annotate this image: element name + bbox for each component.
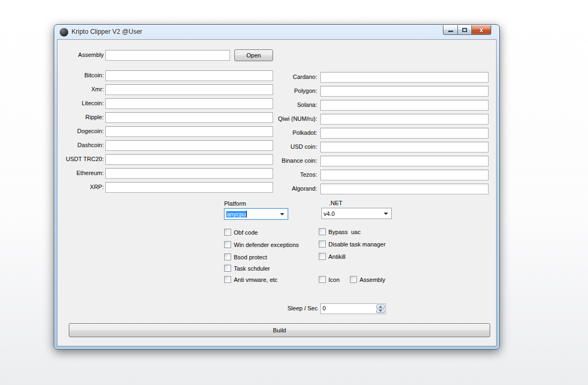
checkbox-box[interactable] [319, 228, 326, 235]
checkbox-task-scheduler[interactable]: Task schduler [224, 265, 270, 272]
app-icon[interactable] [60, 28, 68, 37]
checkbox-win-defender-exceptions[interactable]: Win defender exceptions [224, 241, 299, 248]
platform-label: Platform [224, 200, 289, 207]
bitcoin-label: Bitcoin: [62, 72, 104, 78]
platform-select[interactable]: anycpu [224, 208, 288, 220]
client-area: Assembly Open Bitcoin: Xmr: Litecoin: Ri… [57, 39, 497, 346]
usdt-trc20-input[interactable] [105, 154, 273, 165]
qiwi-input[interactable] [320, 114, 489, 125]
checkbox-box[interactable] [350, 276, 357, 283]
litecoin-label: Litecoin: [62, 100, 104, 106]
polkadot-label: Polkadot: [259, 129, 317, 136]
dotnet-selected-value: v4.0 [324, 210, 335, 217]
maximize-button[interactable] [457, 25, 472, 35]
ethereum-input[interactable] [105, 168, 273, 179]
spin-up-button[interactable] [376, 304, 385, 309]
solana-input[interactable] [320, 100, 489, 111]
bitcoin-input[interactable] [105, 70, 273, 81]
checkbox-box[interactable] [224, 276, 231, 283]
xmr-input[interactable] [105, 84, 273, 95]
solana-label: Solana: [259, 101, 317, 108]
usd-coin-label: USD coin: [259, 143, 317, 150]
checkbox-assembly[interactable]: Assembly [350, 276, 385, 283]
window-title: Kripto Clipper V2 @User [71, 28, 142, 35]
checkbox-antikill[interactable]: Antikill [319, 253, 346, 260]
sleep-sec-value: 0 [322, 305, 326, 311]
checkbox-box[interactable] [319, 241, 326, 248]
ripple-label: Ripple: [62, 114, 104, 120]
dashcoin-label: Dashcoin: [62, 142, 104, 148]
binance-coin-label: Binance coin: [259, 157, 317, 164]
tezos-input[interactable] [320, 170, 489, 180]
chevron-down-icon [280, 213, 284, 215]
arrow-up-icon [379, 306, 382, 308]
checkbox-box[interactable] [224, 229, 231, 236]
checkbox-bypass-uac[interactable]: Bypass uac [319, 228, 361, 235]
assembly-label: Assembly [62, 52, 104, 58]
checkbox-anti-vmware[interactable]: Anti vmware, etc [224, 276, 277, 283]
litecoin-input[interactable] [105, 98, 273, 109]
checkbox-obf-code[interactable]: Obf code [224, 229, 258, 236]
xrp-label: XRP: [62, 184, 104, 190]
sleep-sec-stepper[interactable]: 0 [320, 303, 386, 314]
algorand-label: Algorand: [259, 185, 317, 192]
checkbox-box[interactable] [224, 253, 231, 260]
dashcoin-input[interactable] [105, 140, 273, 151]
qiwi-label: Qiwi (NUM/ru): [259, 115, 317, 122]
polygon-label: Polygon: [259, 88, 317, 94]
spin-down-button[interactable] [376, 309, 385, 314]
cardano-input[interactable] [320, 72, 489, 83]
dogecoin-label: Dogecoin: [62, 128, 104, 134]
dotnet-select[interactable]: v4.0 [321, 208, 392, 219]
open-button[interactable]: Open [234, 49, 273, 61]
minimize-button[interactable] [443, 25, 457, 35]
checkbox-box[interactable] [224, 265, 231, 272]
cardano-label: Cardano: [259, 74, 317, 80]
ethereum-label: Ethereum: [62, 170, 104, 176]
titlebar[interactable]: Kripto Clipper V2 @User x [54, 25, 499, 39]
sleep-sec-label: Sleep / Sec [264, 305, 318, 311]
ripple-input[interactable] [105, 112, 273, 123]
checkbox-box[interactable] [224, 241, 231, 248]
checkbox-bsod-protect[interactable]: Bsod protect [224, 253, 267, 260]
checkbox-icon[interactable]: Icon [319, 276, 340, 283]
maximize-icon [462, 28, 467, 32]
close-icon: x [479, 26, 483, 34]
build-button[interactable]: Build [69, 323, 490, 337]
dogecoin-input[interactable] [105, 126, 273, 137]
polygon-input[interactable] [320, 86, 489, 97]
arrow-down-icon [379, 310, 382, 312]
usdt-trc20-label: USDT TRC20: [62, 156, 104, 162]
close-button[interactable]: x [472, 25, 491, 35]
tezos-label: Tezos: [259, 171, 317, 178]
spinner-buttons [376, 304, 385, 313]
platform-selected-value: anycpu [226, 211, 246, 217]
chevron-down-icon [384, 213, 388, 215]
xmr-label: Xmr: [62, 86, 104, 92]
window-controls: x [443, 25, 491, 35]
assembly-input[interactable] [105, 50, 230, 61]
xrp-input[interactable] [105, 182, 273, 193]
dotnet-label: .NET [329, 200, 393, 206]
algorand-input[interactable] [320, 184, 489, 194]
usd-coin-input[interactable] [320, 142, 489, 152]
checkbox-disable-task-manager[interactable]: Disable task manager [319, 241, 385, 248]
checkbox-box[interactable] [319, 253, 326, 260]
binance-coin-input[interactable] [320, 156, 489, 166]
app-window: Kripto Clipper V2 @User x Assembly Open … [54, 24, 500, 350]
minimize-icon [448, 31, 453, 32]
checkbox-box[interactable] [319, 276, 326, 283]
polkadot-input[interactable] [320, 128, 489, 139]
text-caret [246, 210, 247, 217]
